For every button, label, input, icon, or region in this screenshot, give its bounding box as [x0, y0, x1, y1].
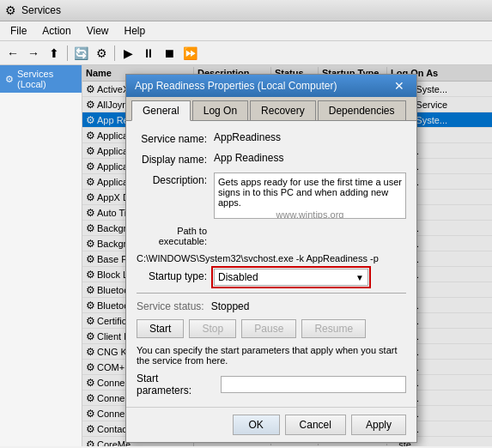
tab-dependencies[interactable]: Dependencies [318, 100, 406, 120]
start-service-button[interactable]: Start [137, 319, 184, 338]
tab-general[interactable]: General [131, 100, 191, 121]
sidebar-header: ⚙ Services (Local) [0, 65, 82, 93]
dialog-title-bar: App Readiness Properties (Local Computer… [126, 75, 416, 97]
pause-button[interactable]: ⏸ [139, 44, 158, 63]
app-icon: ⚙ [5, 3, 16, 17]
window-title: Services [21, 4, 61, 16]
toolbar-sep-2 [114, 45, 115, 61]
dialog-footer: OK Cancel Apply [126, 407, 416, 442]
back-button[interactable]: ← [3, 44, 22, 63]
resume-service-button[interactable]: Resume [301, 319, 366, 338]
start-params-row: Start parameters: [137, 372, 406, 397]
properties-dialog: App Readiness Properties (Local Computer… [125, 74, 417, 443]
menu-view[interactable]: View [80, 23, 116, 39]
help-text: You can specify the start parameters tha… [137, 345, 406, 366]
skip-button[interactable]: ⏩ [180, 44, 199, 63]
play-button[interactable]: ▶ [118, 44, 137, 63]
watermark-text: www.wintips.org [218, 209, 402, 219]
display-name-label: Display name: [137, 152, 214, 166]
stop-button[interactable]: ⏹ [160, 44, 179, 63]
forward-button[interactable]: → [24, 44, 43, 63]
startup-label: Startup type: [137, 269, 214, 282]
description-box: Gets apps ready for use the first time a… [214, 173, 406, 219]
main-area: ⚙ Services (Local) Name Description Stat… [0, 65, 492, 446]
service-status-row: Service status: Stopped [137, 300, 406, 312]
toolbar-sep-1 [67, 45, 68, 61]
sidebar-icon: ⚙ [5, 74, 14, 85]
status-value: Stopped [211, 300, 250, 312]
refresh-button[interactable]: 🔄 [71, 44, 90, 63]
toolbar: ← → ⬆ 🔄 ⚙ ▶ ⏸ ⏹ ⏩ [0, 41, 492, 65]
dialog-title-text: App Readiness Properties (Local Computer… [135, 80, 337, 92]
title-bar: ⚙ Services [0, 0, 492, 21]
sidebar-label: Services (Local) [17, 69, 76, 89]
dialog-tabs: General Log On Recovery Dependencies [126, 97, 416, 121]
startup-type-dropdown[interactable]: Disabled ▼ [214, 269, 368, 286]
content-area: Name Description Status Startup Type Log… [82, 65, 492, 446]
dialog-overlay: App Readiness Properties (Local Computer… [82, 65, 492, 446]
path-value: C:\WINDOWS\System32\svchost.exe -k AppRe… [137, 253, 406, 269]
menu-help[interactable]: Help [118, 23, 153, 39]
cancel-button[interactable]: Cancel [285, 415, 346, 435]
stop-service-button[interactable]: Stop [189, 319, 236, 338]
path-row: Path to executable: [137, 226, 406, 246]
description-row: Description: Gets apps ready for use the… [137, 173, 406, 219]
service-name-label: Service name: [137, 131, 214, 145]
settings-button[interactable]: ⚙ [92, 44, 111, 63]
section-divider-1 [137, 293, 406, 294]
display-name-value: App Readiness [214, 152, 406, 164]
service-name-row: Service name: AppReadiness [137, 131, 406, 145]
startup-row: Startup type: Disabled ▼ [137, 269, 406, 286]
start-params-label: Start parameters: [137, 372, 214, 397]
tab-recovery[interactable]: Recovery [250, 100, 316, 120]
sidebar: ⚙ Services (Local) [0, 65, 82, 446]
menu-bar: File Action View Help [0, 21, 492, 41]
status-label: Service status: [137, 300, 204, 312]
start-params-input[interactable] [221, 376, 406, 393]
up-button[interactable]: ⬆ [45, 44, 64, 63]
display-name-row: Display name: App Readiness [137, 152, 406, 166]
service-name-value: AppReadiness [214, 131, 406, 143]
ok-button[interactable]: OK [233, 415, 280, 435]
description-text: Gets apps ready for use the first time a… [218, 177, 402, 208]
description-label: Description: [137, 173, 214, 186]
dialog-body: Service name: AppReadiness Display name:… [126, 121, 416, 407]
service-control-buttons: Start Stop Pause Resume [137, 319, 406, 338]
tab-logon[interactable]: Log On [192, 100, 248, 120]
menu-file[interactable]: File [3, 23, 33, 39]
menu-action[interactable]: Action [35, 23, 77, 39]
apply-button[interactable]: Apply [351, 415, 406, 435]
startup-type-value: Disabled [218, 271, 258, 283]
chevron-down-icon: ▼ [355, 273, 364, 282]
path-label: Path to executable: [137, 226, 214, 246]
dialog-close-button[interactable]: ✕ [391, 80, 408, 92]
pause-service-button[interactable]: Pause [241, 319, 296, 338]
